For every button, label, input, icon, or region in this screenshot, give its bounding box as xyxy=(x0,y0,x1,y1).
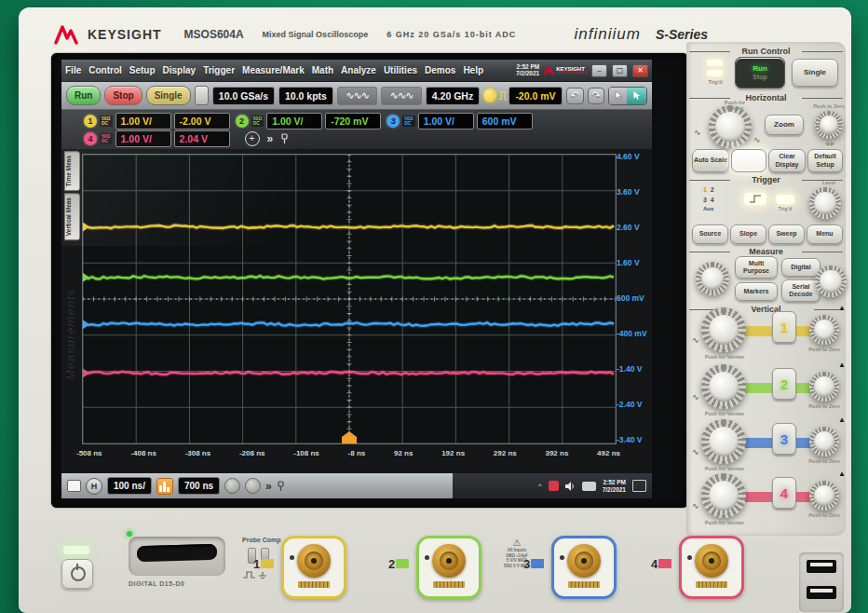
touch-mode-icon[interactable] xyxy=(627,88,646,104)
channel-4-badge[interactable]: 4 xyxy=(84,132,97,145)
single-button-panel[interactable]: Single xyxy=(792,59,838,87)
power-button[interactable] xyxy=(61,559,93,589)
timebase-box[interactable]: 100 ns/ xyxy=(107,477,152,495)
channel-4-offset-knob[interactable] xyxy=(809,481,839,511)
zoom-button[interactable]: Zoom xyxy=(765,115,804,135)
channel-1-scale[interactable]: 1.00 V/ xyxy=(115,113,171,129)
delay-box[interactable]: 700 ns xyxy=(178,477,220,495)
menu-item-analyze[interactable]: Analyze xyxy=(341,65,376,75)
keyboard-icon[interactable] xyxy=(582,482,596,491)
channel-2-controls[interactable]: 250ΩDC1.00 V/-720 mV xyxy=(236,113,382,129)
touch-button[interactable] xyxy=(731,149,766,172)
trigger-src-4[interactable]: 4 xyxy=(711,197,714,203)
toolbar-expand-chevron[interactable]: » xyxy=(265,480,272,493)
histogram-icon[interactable] xyxy=(156,478,173,495)
tray-expand-caret[interactable]: ^ xyxy=(538,482,542,490)
window-icon[interactable] xyxy=(67,480,81,492)
menu-item-math[interactable]: Math xyxy=(312,65,333,75)
single-button[interactable]: Single xyxy=(146,86,191,105)
tab-time-measurements[interactable]: Time Meas xyxy=(64,151,80,191)
speaker-icon[interactable] xyxy=(565,482,576,491)
bandwidth-box[interactable]: 4.20 GHz xyxy=(426,87,480,105)
trigger-source-button[interactable]: Source xyxy=(692,225,728,244)
channel-1-controls[interactable]: 150ΩDC1.00 V/-2.00 V xyxy=(84,113,230,129)
trigger-level-box[interactable]: -20.0 mV xyxy=(509,87,562,105)
channel-2-enable-button[interactable]: 2 xyxy=(772,368,796,400)
tab-vertical-measurements[interactable]: Vertical Meas xyxy=(64,193,80,240)
channel-4-enable-button[interactable]: 4 xyxy=(772,477,796,509)
clear-display-button[interactable]: Clear Display xyxy=(768,149,806,172)
undo-button[interactable]: ↶ xyxy=(566,88,584,104)
touch-toggle[interactable] xyxy=(608,87,647,105)
minimize-button[interactable]: – xyxy=(591,64,607,77)
trigger-source-indicator[interactable] xyxy=(483,89,496,102)
horizontal-scale-knob[interactable] xyxy=(709,105,752,148)
channel-2-badge[interactable]: 2 xyxy=(236,115,249,128)
maximize-button[interactable]: ▢ xyxy=(612,64,628,77)
trigger-src-1[interactable]: 1 xyxy=(703,186,707,193)
close-button[interactable]: ✕ xyxy=(632,64,648,77)
channel-1-offset-knob[interactable] xyxy=(809,315,839,345)
channel-3-offset[interactable]: 600 mV xyxy=(477,113,533,129)
menu-item-file[interactable]: File xyxy=(65,65,81,75)
auto-scale-button[interactable]: Auto Scale xyxy=(692,149,729,172)
channel-1-badge[interactable]: 1 xyxy=(84,115,97,128)
menu-item-help[interactable]: Help xyxy=(463,65,483,75)
marker-tool-icon[interactable] xyxy=(245,478,261,494)
pin-icon[interactable] xyxy=(277,481,285,492)
channel-2-offset-knob[interactable] xyxy=(809,372,839,402)
horizontal-menu-button[interactable]: H xyxy=(86,478,102,495)
redo-button[interactable]: ↷ xyxy=(588,88,605,104)
channel-3-badge[interactable]: 3 xyxy=(387,115,400,128)
trigger-slope-button[interactable]: Slope xyxy=(730,225,766,244)
channel-4-scale-knob[interactable] xyxy=(701,473,746,518)
menu-item-control[interactable]: Control xyxy=(88,65,122,75)
channel-4-ground-marker[interactable] xyxy=(83,368,89,377)
cursor-tool-icon[interactable] xyxy=(224,478,240,494)
memory-depth-box[interactable]: 10.0 kpts xyxy=(278,87,333,105)
taskbar-clock[interactable]: 2:52 PM 7/2/2021 xyxy=(603,479,626,494)
measure-select-knob[interactable] xyxy=(815,266,847,297)
menu-item-demos[interactable]: Demos xyxy=(425,65,455,75)
trigger-src-2[interactable]: 2 xyxy=(711,186,714,193)
digital-button[interactable]: Digital xyxy=(781,258,821,277)
channel-3-controls[interactable]: 350ΩDC1.00 V/600 mV xyxy=(387,113,533,129)
markers-button[interactable]: Markers xyxy=(735,282,778,301)
sample-rate-box[interactable]: 10.0 GSa/s xyxy=(212,87,275,105)
menu-item-trigger[interactable]: Trigger xyxy=(203,65,235,75)
horizontal-delay-knob[interactable] xyxy=(815,111,843,139)
channel-4-controls[interactable]: 450ΩDC1.00 V/2.04 V xyxy=(84,130,230,147)
channel-2-scale[interactable]: 1.00 V/ xyxy=(266,113,322,129)
cursors-knob[interactable] xyxy=(696,262,729,295)
run-stop-button[interactable]: Run Stop xyxy=(735,57,785,89)
channel-3-offset-knob[interactable] xyxy=(809,427,839,456)
trigger-level-knob[interactable] xyxy=(809,187,841,219)
trigger-src-3[interactable]: 3 xyxy=(703,197,707,203)
menu-item-measure-mark[interactable]: Measure/Mark xyxy=(242,65,305,75)
channel-2-offset[interactable]: -720 mV xyxy=(325,113,381,129)
trigger-src-aux[interactable]: Aux xyxy=(703,205,714,213)
channel-3-scale-knob[interactable] xyxy=(701,419,746,464)
trigger-menu-button[interactable]: Menu xyxy=(807,225,843,244)
channel-3-enable-button[interactable]: 3 xyxy=(772,423,796,455)
expand-chevron[interactable]: » xyxy=(267,132,274,145)
pin-icon[interactable] xyxy=(280,133,289,144)
channel-1-offset[interactable]: -2.00 V xyxy=(174,113,230,129)
waveform-intensity-button[interactable]: ∿∿∿ xyxy=(381,87,421,105)
channel-1-ground-marker[interactable] xyxy=(83,223,89,232)
menu-item-display[interactable]: Display xyxy=(163,65,197,75)
menu-item-setup[interactable]: Setup xyxy=(129,65,156,75)
menu-item-utilities[interactable]: Utilities xyxy=(384,65,417,75)
channel-1-scale-knob[interactable] xyxy=(701,307,746,352)
default-setup-button[interactable]: Default Setup xyxy=(807,149,843,172)
waveform-grid[interactable] xyxy=(82,154,617,444)
multi-purpose-button[interactable]: Multi Purpose xyxy=(735,256,778,279)
acquisition-mode-button[interactable] xyxy=(195,86,209,105)
stop-button[interactable]: Stop xyxy=(104,86,142,105)
trigger-sweep-button[interactable]: Sweep xyxy=(768,225,805,244)
add-waveform-button[interactable]: + xyxy=(245,131,260,146)
mouse-mode-icon[interactable] xyxy=(609,88,627,104)
channel-4-scale[interactable]: 1.00 V/ xyxy=(115,130,171,147)
channel-2-scale-knob[interactable] xyxy=(701,364,746,409)
channel-3-ground-marker[interactable] xyxy=(83,320,89,329)
